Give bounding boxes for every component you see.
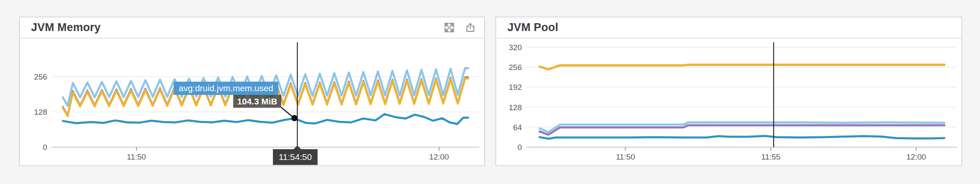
hover-cursor-line <box>773 42 774 147</box>
x-tick-label: 12:00 <box>906 153 926 161</box>
hover-cursor-line <box>297 42 298 147</box>
y-tick-label: 320 <box>509 43 522 52</box>
jvm-memory-widget[interactable]: JVM Memory <box>19 17 485 166</box>
hover-time-badge: 11:54:50 <box>273 149 318 165</box>
y-tick-label: 128 <box>34 108 47 116</box>
tooltip-leader-line <box>280 104 299 123</box>
y-tick-label: 0 <box>517 143 522 152</box>
x-tick-label: 12:00 <box>429 153 449 161</box>
series-line-avg:druid.jvm.mem.used <box>63 114 468 124</box>
jvm-pool-chart[interactable]: 06412819225632011:5011:5512:00 <box>496 39 961 165</box>
y-tick-label: 128 <box>509 103 522 112</box>
jvm-pool-widget[interactable]: JVM Pool 06412819225632011:5011:5512:00 <box>495 17 962 166</box>
jvm-memory-header: JVM Memory <box>20 17 484 39</box>
tooltip-series-label: avg:druid.jvm.mem.used <box>174 82 278 95</box>
share-icon[interactable] <box>465 22 476 33</box>
widget-title-jvm-memory: JVM Memory <box>31 21 444 34</box>
y-tick-label: 192 <box>509 83 522 92</box>
widget-title-jvm-pool: JVM Pool <box>507 21 953 34</box>
y-tick-label: 256 <box>34 73 47 81</box>
time-badge-caret-icon <box>294 145 301 149</box>
x-tick-label: 11:50 <box>616 153 635 161</box>
y-tick-label: 256 <box>509 63 522 72</box>
tooltip-value: 104.3 MiB <box>233 95 281 108</box>
hover-point-dot <box>292 115 298 121</box>
hover-time-text: 11:54:50 <box>279 152 312 162</box>
y-tick-label: 64 <box>513 123 522 132</box>
series-line-series-blue <box>540 136 944 139</box>
jvm-memory-chart-area: 012825611:5012:00 avg:druid.jvm.mem.used… <box>20 39 484 165</box>
expand-icon[interactable] <box>444 22 455 33</box>
jvm-pool-header: JVM Pool <box>496 17 961 39</box>
x-tick-label: 11:50 <box>127 153 146 161</box>
series-line-series-purple <box>540 125 944 135</box>
jvm-pool-chart-area: 06412819225632011:5011:5512:00 <box>496 39 961 165</box>
y-tick-label: 0 <box>43 143 47 152</box>
x-tick-label: 11:55 <box>761 153 780 161</box>
